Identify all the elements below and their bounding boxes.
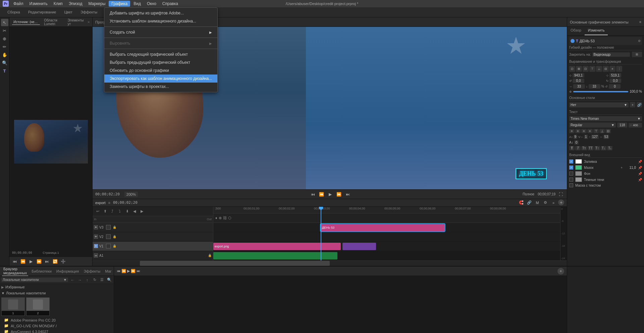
fmt-bold[interactable]: T — [569, 146, 575, 150]
source-tab-elements[interactable]: Элементы ут — [66, 18, 85, 27]
rp-master-link[interactable]: 🔗 — [637, 102, 642, 107]
tl-zoom-handle[interactable] — [140, 261, 330, 266]
scale-slider[interactable] — [573, 91, 628, 92]
track-lock-v3[interactable]: 🔒 — [113, 226, 116, 229]
menu-update-master[interactable]: Обновить до основной графики — [104, 66, 217, 75]
program-quality[interactable]: Полное — [523, 192, 534, 196]
src-btn-loop[interactable]: 🔁 — [52, 258, 58, 265]
tl-tool-markers[interactable]: M — [534, 199, 541, 206]
rp-stroke-val[interactable]: 11,0 — [626, 166, 636, 170]
track-mute-v3[interactable] — [106, 225, 111, 230]
scale-rot-val[interactable]: 0 — [609, 84, 621, 89]
rp-shadow-pin[interactable]: 📌 — [638, 172, 642, 176]
menu-graphics[interactable]: Графика — [109, 1, 130, 7]
mb-item-premiere[interactable]: 📁 Adobe Premiere Pro CC 20 — [0, 317, 114, 323]
src-btn-prev[interactable]: ⏮ — [11, 258, 18, 265]
rp-shadow-check[interactable] — [569, 172, 573, 176]
fmt-smallcaps[interactable]: Tₛ — [607, 146, 612, 150]
metric-1-val[interactable]: 9 — [574, 135, 578, 139]
layer-eye-icon[interactable] — [571, 39, 575, 43]
track-mute-v2[interactable] — [106, 234, 111, 239]
metric-2-val[interactable]: 1 — [584, 135, 588, 139]
tl-btn-insert[interactable]: ⬡ — [228, 216, 231, 220]
menu-prev-graphic[interactable]: Выбрать предыдущий графический объект — [104, 58, 217, 66]
menu-window[interactable]: Окно — [144, 1, 159, 7]
mb-section-favorites[interactable]: ▶ Избранные — [0, 284, 114, 290]
rp-darkshadow-pin[interactable]: 📌 — [638, 178, 642, 182]
tl-clip-den53[interactable]: ДЕНЬ 53 — [321, 224, 445, 231]
align-right[interactable]: ⊡ — [583, 66, 589, 72]
scale-w-val[interactable]: 33 — [573, 84, 585, 89]
src-btn-back[interactable]: ⏪ — [19, 258, 26, 265]
rp-stroke-color[interactable] — [575, 165, 582, 170]
rp-pin-btn[interactable]: ⊞ — [632, 52, 642, 57]
rp-style-select[interactable]: Regular ▼ — [569, 123, 616, 128]
layer-item-den53[interactable]: T ДЕНЬ 53 ⚙ — [569, 37, 642, 45]
fmt-align-middle[interactable]: ⊥ — [599, 129, 605, 133]
btn-playback[interactable]: ⏮ ⏪ ▶ ⏩ ⏭ — [117, 269, 140, 273]
tl-add-track[interactable]: + — [558, 199, 564, 205]
menu-edit[interactable]: Изменить — [27, 1, 50, 7]
tl-ctrl-ripple-trim[interactable]: ◀ — [131, 208, 138, 214]
fmt-sup[interactable]: T↑ — [594, 146, 600, 150]
distribute-v[interactable]: ⋮ — [616, 66, 622, 72]
tab-color[interactable]: Цвет — [60, 9, 76, 16]
tl-ctrl-overwrite[interactable]: ⬇ — [124, 208, 130, 214]
source-tab-main[interactable]: Источник: (нет клипов) — [12, 19, 40, 25]
scale-h-val[interactable]: 33 — [589, 84, 600, 89]
fmt-sub[interactable]: T↓ — [601, 146, 606, 150]
fmt-italic[interactable]: T — [575, 146, 581, 150]
pos-y-val[interactable]: 519,1 — [609, 73, 621, 78]
right-panel-tab-overview[interactable]: Обзор — [567, 27, 585, 35]
rot-2-val[interactable]: 0,0 — [609, 79, 621, 83]
track-eye-a1[interactable]: M — [94, 253, 98, 257]
rp-tracking-row[interactable]: ↔ 400 — [629, 123, 642, 128]
tl-btn-link[interactable]: ⛓ — [223, 216, 227, 220]
tool-pen[interactable]: ✏ — [1, 43, 8, 50]
metric-3-val[interactable]: 127 — [591, 135, 599, 139]
mb-item-anyconnect[interactable]: 📁 AnyConnect 4.3.04027 — [0, 329, 114, 333]
src-btn-play[interactable]: ▶ — [28, 258, 34, 265]
track-mute-v1[interactable] — [106, 244, 111, 248]
tl-ctrl-ripple-trim2[interactable]: ▶ — [139, 208, 145, 214]
mb-btn-refresh[interactable]: ↻ — [92, 277, 98, 283]
tool-text[interactable]: T — [1, 67, 8, 75]
track-eye-v1[interactable]: 👁 — [94, 244, 98, 248]
menu-replace-fonts[interactable]: Заменить шрифты в проектах... — [104, 83, 217, 91]
fmt-tt2[interactable]: TT — [588, 146, 594, 150]
tl-btn-add-marker[interactable]: ♦ — [215, 216, 217, 220]
rp-darkshadow-color[interactable] — [575, 177, 582, 182]
track-lock-a1[interactable]: 🔒 — [208, 254, 212, 257]
menu-add-fonts[interactable]: Добавить шрифты из шрифтов Adobe... — [104, 9, 217, 17]
track-lock-v1[interactable]: 🔒 — [113, 244, 116, 248]
prog-btn-back[interactable]: ⏪ — [318, 191, 325, 198]
right-panel-tab-edit[interactable]: Изменить — [585, 27, 608, 35]
kern-val[interactable]: 0 — [574, 140, 579, 145]
fmt-align-top[interactable]: ⊤ — [593, 129, 599, 133]
tl-tool-link[interactable]: 🔗 — [526, 199, 533, 206]
mb-tab-libraries[interactable]: Библиотеки — [30, 269, 53, 274]
rp-darkshadow-check[interactable] — [569, 178, 573, 182]
mb-btn-list[interactable]: ☰ — [99, 277, 105, 283]
align-center-h[interactable]: ⊠ — [576, 66, 582, 72]
menu-export-template[interactable]: Экспортировать как шаблон анимационного … — [104, 75, 217, 83]
tool-edit[interactable]: ✂ — [1, 27, 8, 34]
align-bottom[interactable]: ⊟ — [603, 66, 609, 72]
rp-font-select[interactable]: Times New Roman ▼ — [569, 116, 642, 121]
tab-effects[interactable]: Эффекты — [76, 9, 101, 16]
mb-tab-effects[interactable]: Эффекты — [82, 269, 102, 274]
metric-4-val[interactable]: 53 — [603, 135, 609, 139]
mb-btn-fwd[interactable]: → — [77, 277, 83, 283]
fmt-tt1[interactable]: Tт — [581, 146, 587, 150]
mb-location-select[interactable]: Локальные накопители ▼ — [1, 278, 68, 282]
tl-ctrl-insert[interactable]: ⤵ — [117, 208, 123, 214]
tl-clip-exportpng[interactable]: export.png — [213, 243, 341, 250]
rp-stroke-check[interactable] — [569, 165, 573, 170]
fmt-align-center[interactable]: ≡ — [575, 129, 581, 133]
align-center-v[interactable]: ⊥ — [596, 66, 602, 72]
mb-tab-markers[interactable]: Маг — [104, 269, 113, 274]
rp-fill-check[interactable] — [569, 159, 573, 163]
prog-btn-fullscreen[interactable]: ⛶ — [557, 191, 564, 198]
rp-pin-select[interactable]: Видеокадр — [592, 52, 630, 57]
program-zoom[interactable]: 200% — [124, 192, 138, 197]
